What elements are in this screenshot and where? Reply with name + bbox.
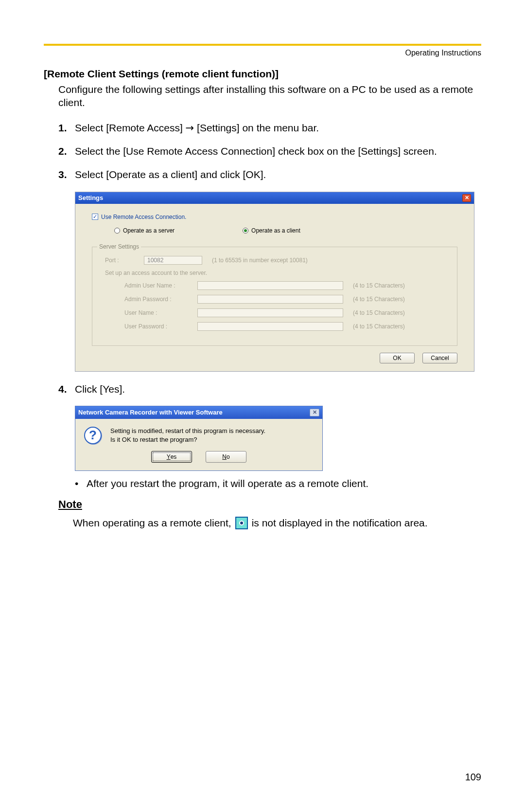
checkbox-icon[interactable]: ✓ [92, 214, 98, 220]
close-icon[interactable]: ✕ [310, 409, 319, 416]
close-icon[interactable]: ✕ [462, 194, 471, 202]
cancel-button[interactable]: Cancel [422, 353, 457, 363]
section-title: [Remote Client Settings (remote client f… [44, 68, 481, 80]
step-2-num: 2. [58, 144, 75, 158]
step-1-num: 1. [58, 121, 75, 135]
server-settings-fieldset: Server Settings Port : 10082 (1 to 65535… [92, 247, 457, 346]
radio-client-label: Operate as a client [251, 227, 300, 234]
bullet-text: After you restart the program, it will o… [87, 478, 368, 489]
confirm-dialog: Network Camera Recorder with Viewer Soft… [75, 406, 323, 471]
confirm-titlebar: Network Camera Recorder with Viewer Soft… [75, 406, 322, 419]
user-pass-input[interactable] [197, 322, 343, 331]
server-settings-legend: Server Settings [97, 243, 141, 250]
admin-pass-input[interactable] [197, 295, 343, 304]
admin-pass-label: Admin Password : [124, 296, 192, 303]
radio-icon[interactable] [114, 228, 120, 234]
bullet-dot: • [75, 478, 87, 489]
bullet-after-restart: • After you restart the program, it will… [75, 478, 481, 489]
radio-server-label: Operate as a server [123, 227, 175, 234]
step-2: 2. Select the [Use Remote Access Connect… [58, 144, 481, 158]
note-heading: Note [58, 498, 481, 511]
step-1-text-b: [Settings] on the menu bar. [194, 122, 319, 133]
user-name-hint: (4 to 15 Characters) [353, 309, 405, 316]
port-hint: (1 to 65535 in number except 10081) [212, 257, 308, 264]
ok-button[interactable]: OK [380, 353, 415, 363]
note-body-a: When operating as a remote client, [73, 516, 231, 530]
no-button[interactable]: No [206, 451, 246, 463]
use-remote-label: Use Remote Access Connection. [101, 214, 186, 220]
step-3: 3. Select [Operate as a client] and clic… [58, 168, 481, 181]
settings-title: Settings [78, 194, 103, 201]
page-number: 109 [465, 772, 481, 783]
access-account-note: Set up an access account to the server. [105, 270, 444, 276]
yes-button[interactable]: Yes [151, 451, 192, 463]
no-underline: N [222, 453, 227, 460]
step-4-num: 4. [58, 382, 75, 396]
top-rule [44, 44, 481, 46]
step-4-body: Click [Yes]. [75, 382, 481, 396]
yes-rest: es [171, 453, 177, 460]
step-3-num: 3. [58, 168, 75, 181]
step-3-body: Select [Operate as a client] and click [… [75, 168, 481, 181]
port-row: Port : 10082 (1 to 65535 in number excep… [105, 256, 444, 265]
user-pass-hint: (4 to 15 Characters) [353, 323, 405, 330]
arrow-icon: → [186, 122, 194, 134]
user-name-input[interactable] [197, 308, 343, 317]
confirm-line1: Setting is modified, restart of this pro… [110, 427, 265, 435]
tray-icon [235, 517, 248, 529]
confirm-text: Setting is modified, restart of this pro… [110, 427, 265, 444]
question-icon: ? [84, 427, 102, 444]
radio-operate-client[interactable]: Operate as a client [243, 227, 300, 234]
settings-window: Settings ✕ ✓ Use Remote Access Connectio… [75, 192, 474, 372]
step-2-body: Select the [Use Remote Access Connection… [75, 144, 481, 158]
admin-user-hint: (4 to 15 Characters) [353, 282, 405, 289]
admin-pass-hint: (4 to 15 Characters) [353, 296, 405, 303]
yes-underline: Y [167, 453, 171, 460]
step-1: 1. Select [Remote Access] → [Settings] o… [58, 121, 481, 135]
radio-operate-server[interactable]: Operate as a server [114, 227, 175, 234]
section-intro: Configure the following settings after i… [58, 83, 481, 109]
settings-titlebar: Settings ✕ [75, 192, 474, 204]
note-body: When operating as a remote client, is no… [73, 516, 481, 530]
note-body-b: is not displayed in the notification are… [252, 516, 428, 530]
step-1-body: Select [Remote Access] → [Settings] on t… [75, 121, 481, 135]
step-4: 4. Click [Yes]. [58, 382, 481, 396]
no-rest: o [227, 453, 230, 460]
header-right-label: Operating Instructions [44, 49, 481, 57]
confirm-line2: Is it OK to restart the program? [110, 435, 265, 444]
user-name-label: User Name : [124, 309, 192, 316]
radio-icon-selected[interactable] [243, 228, 248, 234]
use-remote-checkbox-row[interactable]: ✓ Use Remote Access Connection. [92, 214, 457, 220]
step-1-text-a: Select [Remote Access] [75, 122, 186, 133]
admin-user-label: Admin User Name : [124, 282, 192, 289]
admin-user-input[interactable] [197, 281, 343, 290]
port-input[interactable]: 10082 [144, 256, 202, 265]
confirm-title: Network Camera Recorder with Viewer Soft… [78, 409, 223, 416]
port-label: Port : [105, 257, 139, 264]
user-pass-label: User Password : [124, 323, 192, 330]
